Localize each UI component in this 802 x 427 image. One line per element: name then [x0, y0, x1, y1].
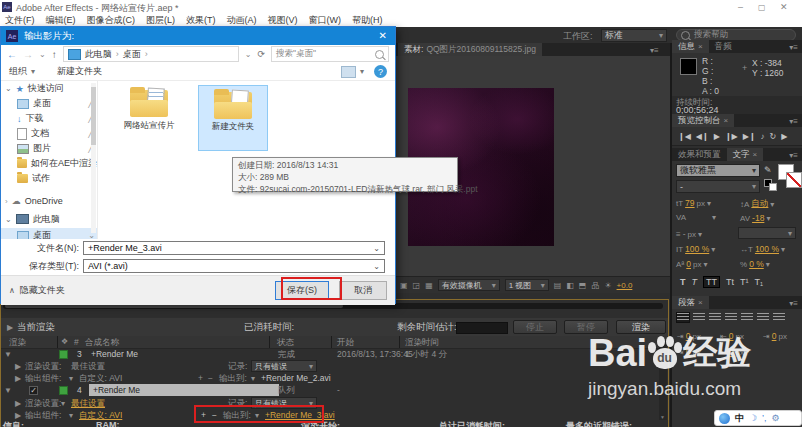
sidebar-item-downloads[interactable]: ↓ 下载 ╱ — [1, 111, 97, 126]
sidebar-scrollbar-thumb[interactable] — [91, 87, 96, 145]
expand-icon[interactable]: ▶ — [15, 399, 21, 408]
view-layout-dropdown[interactable]: 1 视图 ▾ — [505, 279, 549, 291]
ruler-icon[interactable]: ▤ — [554, 281, 562, 290]
panel-menu-icon[interactable]: ▾≡ — [650, 46, 659, 55]
gear-icon[interactable]: ⚙ — [772, 413, 780, 423]
chevron-down-icon[interactable]: ▾ — [766, 260, 770, 269]
ram-preview-icon[interactable]: ▶ — [781, 132, 787, 141]
chevron-down-icon[interactable]: ▾ — [251, 374, 255, 383]
baseline-shift-value[interactable]: 0 — [686, 259, 691, 269]
workspace-dropdown[interactable]: 标准 ▾ — [601, 29, 667, 42]
justify-all-button[interactable] — [773, 313, 785, 322]
moon-icon[interactable]: ☽ — [749, 413, 757, 423]
align-left-button[interactable] — [677, 313, 689, 322]
vertical-scale-value[interactable]: 100 % — [685, 244, 709, 254]
subscript-button[interactable]: T₁ — [755, 277, 764, 287]
stroke-width-value[interactable]: - — [683, 229, 686, 239]
mask-icon[interactable]: ◧ — [566, 281, 574, 290]
minimize-button[interactable]: – — [738, 2, 743, 12]
comp-name[interactable]: +Render Me — [91, 349, 138, 359]
prev-frame-icon[interactable]: ◀❙ — [696, 132, 709, 141]
new-folder-button[interactable]: 新建文件夹 — [57, 65, 102, 78]
chevron-down-icon[interactable]: ▾ — [712, 213, 716, 222]
region-icon[interactable]: ⬒ — [579, 281, 587, 290]
up-icon[interactable]: ↑ — [52, 49, 57, 60]
refresh-icon[interactable]: ⟳ — [257, 49, 265, 59]
expand-icon[interactable]: ▶ — [15, 374, 21, 383]
restore-button[interactable]: ▢ — [758, 3, 766, 12]
font-family-dropdown[interactable]: 微软雅黑 ▾ — [676, 164, 760, 177]
sidebar-item-documents[interactable]: 文档 ╱ — [1, 126, 97, 141]
tab-character[interactable]: 文字 × — [727, 148, 764, 161]
stop-button[interactable]: 停止 — [513, 320, 557, 334]
chevron-down-icon[interactable]: ⌄ — [373, 244, 380, 253]
punctuation-toggle[interactable]: ’, — [762, 413, 767, 423]
faux-bold-button[interactable]: T — [680, 277, 686, 287]
chevron-down-icon[interactable]: ▾ — [770, 200, 774, 209]
help-icon[interactable]: ? — [374, 65, 387, 78]
tab-preview[interactable]: 预览控制台 × — [672, 114, 734, 127]
chevron-down-icon[interactable]: ▾ — [61, 399, 65, 408]
cancel-button[interactable]: 取消 — [339, 281, 387, 300]
expand-icon[interactable]: ▶ — [15, 411, 21, 420]
chevron-down-icon[interactable]: ▾ — [360, 67, 364, 76]
chevron-down-icon[interactable]: ▾ — [707, 199, 711, 208]
col-num[interactable]: # — [74, 337, 79, 347]
tracking-value[interactable]: -18 — [752, 213, 764, 223]
savetype-dropdown[interactable]: AVI (*.avi) ⌄ — [83, 259, 385, 273]
justify-last-center-button[interactable] — [741, 313, 753, 322]
sidebar-scrollbar[interactable] — [91, 83, 96, 233]
justify-last-left-button[interactable] — [725, 313, 737, 322]
sidebar-item-folder-2[interactable]: 试作 — [1, 171, 97, 186]
file-item-folder[interactable]: 网络站宣传片 — [114, 87, 184, 149]
horizontal-scale-value[interactable]: 100 % — [755, 244, 779, 254]
address-chevron-icon[interactable]: ⌄ — [245, 50, 252, 59]
close-icon[interactable]: × — [698, 42, 703, 51]
sidebar-item-folder-1[interactable]: 如何在AE中渲染 — [1, 156, 97, 171]
tab-info[interactable]: 信息 × — [672, 40, 709, 53]
close-button[interactable]: ✕ — [780, 2, 788, 12]
log-dropdown[interactable]: 只有错误 ▾ — [251, 360, 317, 372]
dialog-search-box[interactable]: 搜索"桌面" — [271, 46, 389, 62]
label-color-swatch[interactable] — [59, 386, 68, 395]
filename-input[interactable]: +Render Me_3.avi ⌄ — [83, 241, 385, 255]
camera-dropdown[interactable]: 有效摄像机 ▾ — [438, 279, 500, 291]
forward-icon[interactable]: → — [23, 49, 33, 60]
chevron-down-icon[interactable]: ▾ — [766, 214, 770, 223]
hide-folders-button[interactable]: 隐藏文件夹 — [20, 284, 65, 297]
justify-last-right-button[interactable] — [757, 313, 769, 322]
queue-row-3[interactable]: ▼ 3 +Render Me 完成 2016/8/13, 17:36:45 1 … — [1, 348, 668, 360]
panel-menu-icon[interactable]: ▾≡ — [789, 117, 798, 126]
collapse-icon[interactable]: ▼ — [4, 350, 12, 359]
output-to-value[interactable]: +Render Me_2.avi — [261, 373, 331, 383]
align-right-button[interactable] — [709, 313, 721, 322]
panel-menu-icon[interactable]: ▾≡ — [789, 151, 798, 160]
chevron-down-icon[interactable]: ▾ — [781, 245, 785, 254]
stroke-width-field[interactable]: ≡ - px ▾ — [676, 229, 702, 239]
chevron-down-icon[interactable]: ▾ — [703, 260, 707, 269]
chevron-down-icon[interactable]: ⌄ — [5, 84, 12, 93]
channels-icon[interactable]: ◲ — [413, 281, 421, 290]
white-swatch[interactable] — [769, 183, 777, 191]
grid-icon[interactable]: ▦ — [425, 281, 433, 290]
eyedropper-icon[interactable]: ✎ — [764, 165, 772, 175]
close-icon[interactable]: × — [724, 116, 729, 125]
organize-button[interactable]: 组织 — [9, 65, 27, 78]
history-chevron-icon[interactable]: ⌄ — [39, 50, 46, 59]
faux-italic-button[interactable]: T — [692, 277, 698, 287]
chevron-down-icon[interactable]: ▾ — [69, 411, 73, 420]
panel-menu-icon[interactable]: ▾≡ — [789, 299, 798, 308]
expand-icon[interactable]: ▶ — [15, 362, 21, 371]
chevron-right-icon[interactable]: › — [5, 197, 8, 206]
back-icon[interactable]: ← — [7, 49, 17, 60]
all-caps-button[interactable]: TT — [703, 276, 720, 288]
tab-effects-presets[interactable]: 效果和预置 — [672, 148, 727, 161]
comp-name-editing[interactable]: +Render Me — [89, 384, 279, 396]
sidebar-item-onedrive[interactable]: › ☁ OneDrive — [1, 192, 97, 210]
expand-icon[interactable]: ▶ — [7, 323, 13, 332]
exposure-value[interactable]: +0.0 — [617, 281, 633, 290]
tsume-field[interactable]: % 0 % ▾ — [740, 259, 770, 269]
tracking-field[interactable]: AV -18 ▾ — [740, 213, 770, 223]
sidebar-item-this-pc-desktop[interactable]: 桌面 ⌄ — [1, 228, 97, 239]
snapshot-icon[interactable]: ▣ — [400, 281, 408, 290]
